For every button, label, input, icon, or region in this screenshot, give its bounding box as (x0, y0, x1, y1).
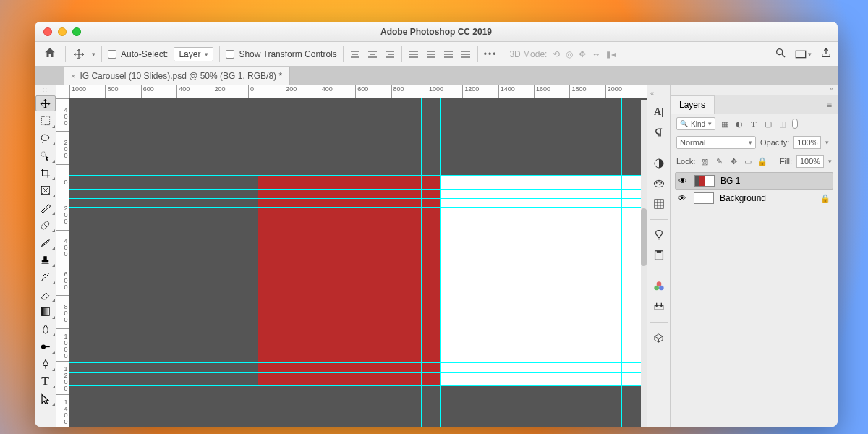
document-tab[interactable]: × IG Carousel (10 Slides).psd @ 50% (BG … (64, 67, 290, 85)
screen-mode-button[interactable]: ▾ (795, 49, 812, 59)
guide-h[interactable] (69, 385, 647, 386)
align-bottom-icon[interactable] (443, 48, 454, 60)
history-brush-tool[interactable] (35, 269, 56, 285)
lock-label: Lock: (676, 157, 695, 166)
align-vcenter-icon[interactable] (425, 48, 437, 60)
layer-thumbnail[interactable] (694, 175, 715, 187)
pen-tool[interactable] (35, 356, 56, 372)
canvas-viewport[interactable]: 1000800600400200020040060080010001200140… (56, 85, 647, 427)
blend-row: Normal▾ Opacity: 100% ▾ (671, 133, 838, 152)
marquee-tool[interactable] (35, 113, 56, 129)
dock-expand-icon[interactable]: « (647, 90, 654, 97)
move-tool[interactable] (35, 95, 56, 111)
layer-name: Background (720, 193, 766, 203)
share-button[interactable] (820, 47, 832, 61)
guide-v[interactable] (258, 98, 258, 427)
tool-preset-dropdown[interactable]: ▾ (92, 51, 95, 58)
adjustments-panel-icon[interactable] (651, 156, 667, 171)
panel-menu-icon[interactable]: ≡ (827, 100, 838, 110)
quick-select-tool[interactable] (35, 148, 56, 163)
guide-h[interactable] (69, 362, 647, 363)
path-select-tool[interactable] (35, 391, 56, 407)
guide-v[interactable] (440, 98, 441, 427)
horizontal-ruler[interactable]: 1000800600400200020040060080010001200140… (69, 85, 647, 98)
filter-type-icon[interactable]: T (749, 119, 759, 128)
distribute-icon[interactable] (460, 48, 472, 60)
vertical-ruler[interactable]: 4002000200400600800100012001400 (56, 98, 69, 427)
opacity-input[interactable]: 100% (793, 136, 821, 149)
learn-panel-icon[interactable] (651, 227, 667, 243)
blend-mode-dropdown[interactable]: Normal▾ (676, 136, 756, 149)
guide-h[interactable] (69, 372, 647, 373)
guide-v[interactable] (621, 98, 622, 427)
guide-v[interactable] (459, 98, 459, 427)
align-left-icon[interactable] (349, 48, 361, 60)
eyedropper-tool[interactable] (35, 200, 56, 216)
ruler-origin[interactable] (56, 85, 69, 98)
search-button[interactable] (775, 47, 786, 61)
guide-v[interactable] (239, 98, 239, 427)
filter-smart-icon[interactable]: ◫ (778, 119, 788, 129)
opacity-stepper[interactable]: ▾ (825, 139, 829, 146)
guide-h[interactable] (69, 352, 647, 352)
libraries-panel-icon[interactable] (651, 247, 667, 263)
character-panel-icon[interactable]: A| (651, 104, 667, 120)
swatches-panel-icon[interactable] (651, 176, 667, 192)
home-button[interactable] (41, 46, 59, 62)
guide-h[interactable] (69, 189, 647, 190)
show-transform-checkbox[interactable]: Show Transform Controls (226, 49, 336, 59)
layer-row[interactable]: 👁Background🔒 (675, 190, 833, 207)
lock-transparent-icon[interactable]: ▨ (699, 157, 710, 166)
color-panel-icon[interactable] (651, 278, 667, 294)
frame-tool[interactable] (35, 182, 56, 198)
guide-h[interactable] (69, 198, 647, 199)
properties-panel-icon[interactable] (651, 299, 667, 315)
3d-panel-icon[interactable] (651, 330, 667, 346)
layers-tab[interactable]: Layers (671, 95, 715, 114)
ruler-tick: 2000 (605, 85, 641, 98)
crop-tool[interactable] (35, 165, 56, 181)
filter-adjust-icon[interactable]: ◐ (734, 119, 744, 129)
tab-close-icon[interactable]: × (71, 72, 75, 80)
lock-paint-icon[interactable]: ✎ (714, 157, 724, 166)
filter-kind-dropdown[interactable]: 🔍Kind▾ (676, 117, 715, 130)
filter-shape-icon[interactable]: ▢ (763, 119, 773, 129)
lock-artboard-icon[interactable]: ▭ (743, 157, 753, 166)
visibility-toggle-icon[interactable]: 👁 (678, 193, 688, 203)
eraser-tool[interactable] (35, 286, 56, 302)
guide-v[interactable] (421, 98, 422, 427)
align-top-icon[interactable] (408, 48, 420, 60)
blur-tool[interactable] (35, 321, 56, 337)
patterns-panel-icon[interactable] (651, 196, 667, 212)
canvas-stage[interactable] (69, 98, 647, 427)
panel-collapse-icon[interactable]: » (830, 85, 833, 95)
type-tool[interactable]: T (35, 373, 56, 389)
lock-all-icon[interactable]: 🔒 (757, 157, 767, 166)
guide-h[interactable] (69, 207, 647, 208)
auto-select-checkbox[interactable]: Auto-Select: (108, 49, 168, 59)
fill-input[interactable]: 100% (796, 155, 824, 168)
tools-grip[interactable]: ∷ (43, 87, 48, 94)
visibility-toggle-icon[interactable]: 👁 (678, 176, 689, 186)
layer-thumbnail[interactable] (694, 192, 714, 204)
align-hcenter-icon[interactable] (367, 48, 378, 60)
brush-tool[interactable] (35, 234, 56, 250)
stamp-tool[interactable] (35, 252, 56, 268)
auto-select-target-dropdown[interactable]: Layer▾ (174, 47, 213, 61)
filter-toggle[interactable] (792, 119, 798, 129)
gradient-tool[interactable] (35, 304, 56, 320)
canvas-scrollbar[interactable] (641, 100, 647, 427)
healing-tool[interactable] (35, 217, 56, 233)
guide-v[interactable] (603, 98, 603, 427)
fill-stepper[interactable]: ▾ (828, 158, 832, 165)
lock-position-icon[interactable]: ✥ (728, 157, 739, 166)
guide-h[interactable] (69, 175, 647, 176)
dodge-tool[interactable] (35, 339, 56, 354)
more-options-button[interactable]: ••• (484, 49, 498, 59)
lasso-tool[interactable] (35, 130, 56, 146)
align-right-icon[interactable] (384, 48, 396, 60)
guide-v[interactable] (276, 98, 276, 427)
layer-row[interactable]: 👁BG 1 (675, 172, 833, 190)
filter-pixel-icon[interactable]: ▦ (720, 119, 730, 129)
paragraph-panel-icon[interactable] (651, 124, 667, 140)
